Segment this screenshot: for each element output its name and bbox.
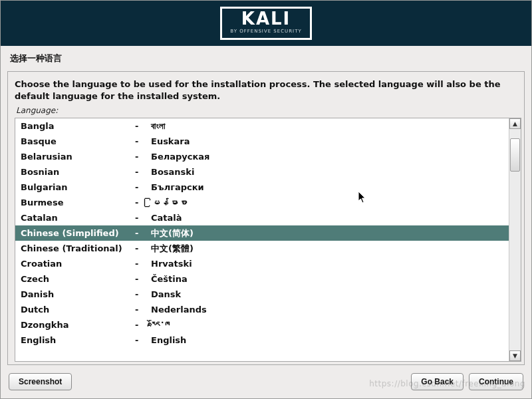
language-english-name: Dutch <box>15 305 135 315</box>
language-english-name: Bosnian <box>15 167 135 177</box>
language-row[interactable]: Dzongkha-རྫོང་ཁ <box>15 317 509 332</box>
dash-separator: - <box>135 243 151 253</box>
instruction-text: Choose the language to be used for the i… <box>15 78 521 102</box>
language-row[interactable]: Danish-Dansk <box>15 287 509 302</box>
language-row[interactable]: Burmese-မြန်မာစာ <box>15 195 509 210</box>
kali-logo: KALI BY OFFENSIVE SECURITY <box>220 7 311 40</box>
scrollbar[interactable]: ▲ ▼ <box>509 118 521 361</box>
dash-separator: - <box>135 213 151 223</box>
language-english-name: English <box>15 335 135 345</box>
language-label: Language: <box>15 106 521 115</box>
dash-separator: - <box>135 289 151 299</box>
language-row[interactable]: Dutch-Nederlands <box>15 302 509 317</box>
language-english-name: Basque <box>15 136 135 146</box>
language-english-name: Czech <box>15 274 135 284</box>
content-panel: Choose the language to be used for the i… <box>7 71 525 365</box>
language-english-name: Chinese (Traditional) <box>15 243 135 253</box>
logo-subtitle: BY OFFENSIVE SECURITY <box>230 29 301 34</box>
language-row[interactable]: Czech-Čeština <box>15 271 509 287</box>
installer-window: KALI BY OFFENSIVE SECURITY 选择一种语言 Choose… <box>0 0 532 399</box>
dash-separator: - <box>135 182 151 192</box>
language-list[interactable]: Bangla-বাংলাBasque-EuskaraBelarusian-Бел… <box>15 118 509 361</box>
language-row[interactable]: Basque-Euskara <box>15 134 509 149</box>
language-native-name: Čeština <box>151 274 509 284</box>
language-row[interactable]: Bangla-বাংলা <box>15 118 509 134</box>
language-native-name: မြန်မာစာ <box>151 198 509 207</box>
language-english-name: Croatian <box>15 259 135 269</box>
language-native-name: Nederlands <box>151 305 509 315</box>
language-english-name: Danish <box>15 289 135 299</box>
language-native-name: Dansk <box>151 289 509 299</box>
language-english-name: Catalan <box>15 213 135 223</box>
dash-separator: - <box>135 305 151 315</box>
dash-separator: - <box>135 259 151 269</box>
dash-separator: - <box>135 335 151 345</box>
language-row[interactable]: Bosnian-Bosanski <box>15 164 509 180</box>
dash-separator: - <box>135 136 151 146</box>
banner: KALI BY OFFENSIVE SECURITY <box>1 1 531 46</box>
language-native-name: Hrvatski <box>151 259 509 269</box>
language-english-name: Bulgarian <box>15 182 135 192</box>
dash-separator: - <box>135 167 151 177</box>
screenshot-button[interactable]: Screenshot <box>9 373 72 390</box>
language-native-name: 中文(繁體) <box>151 243 509 255</box>
language-row[interactable]: Bulgarian-Български <box>15 180 509 195</box>
language-native-name: বাংলা <box>151 121 509 132</box>
language-row[interactable]: Catalan-Català <box>15 210 509 225</box>
language-native-name: 中文(简体) <box>151 227 509 239</box>
logo-title: KALI <box>241 10 291 27</box>
language-native-name: English <box>151 335 509 345</box>
dash-separator: - <box>135 228 151 238</box>
language-native-name: Català <box>151 213 509 223</box>
language-native-name: Български <box>151 182 509 192</box>
footer: Screenshot Go Back Continue <box>1 365 531 398</box>
language-row[interactable]: Belarusian-Беларуская <box>15 149 509 164</box>
scroll-thumb[interactable] <box>510 138 520 172</box>
language-english-name: Bangla <box>15 121 135 131</box>
scroll-up-button[interactable]: ▲ <box>509 118 521 129</box>
language-row[interactable]: English-English <box>15 332 509 348</box>
language-native-name: Беларуская <box>151 152 509 162</box>
scroll-down-button[interactable]: ▼ <box>509 350 521 361</box>
language-native-name: Euskara <box>151 136 509 146</box>
continue-button[interactable]: Continue <box>469 373 523 390</box>
dash-separator: - <box>135 320 151 330</box>
dash-separator: - <box>135 121 151 131</box>
dash-separator: - <box>135 152 151 162</box>
go-back-button[interactable]: Go Back <box>411 373 464 390</box>
language-english-name: Chinese (Simplified) <box>15 228 135 238</box>
language-row[interactable]: Croatian-Hrvatski <box>15 256 509 271</box>
step-title-bar: 选择一种语言 <box>1 46 531 68</box>
language-row[interactable]: Chinese (Traditional)-中文(繁體) <box>15 241 509 256</box>
dash-separator: - <box>135 198 151 207</box>
language-english-name: Burmese <box>15 198 135 207</box>
language-native-name: Bosanski <box>151 167 509 177</box>
dash-separator: - <box>135 274 151 284</box>
step-title: 选择一种语言 <box>10 53 522 65</box>
language-native-name: རྫོང་ཁ <box>151 320 509 330</box>
language-list-container: Bangla-বাংলাBasque-EuskaraBelarusian-Бел… <box>15 118 521 362</box>
language-english-name: Dzongkha <box>15 320 135 330</box>
language-english-name: Belarusian <box>15 152 135 162</box>
language-row[interactable]: Chinese (Simplified)-中文(简体) <box>15 225 509 241</box>
